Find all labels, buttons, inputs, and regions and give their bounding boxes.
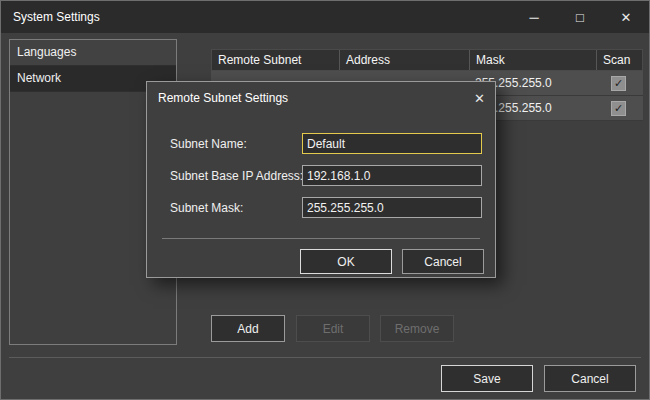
dialog-titlebar: Remote Subnet Settings ✕ (147, 82, 495, 114)
minimize-icon: ─ (529, 10, 538, 25)
window-title: System Settings (1, 10, 100, 24)
subnet-name-label: Subnet Name: (170, 137, 247, 151)
dialog-title: Remote Subnet Settings (147, 91, 288, 105)
footer-divider (9, 357, 641, 358)
subnet-base-ip-field-row: Subnet Base IP Address: (147, 165, 495, 187)
subnet-mask-field-row: Subnet Mask: (147, 197, 495, 219)
table-header: Remote Subnet Address Mask Scan (211, 49, 643, 71)
cell-scan: ✓ (596, 71, 641, 95)
edit-button: Edit (296, 315, 370, 342)
minimize-button[interactable]: ─ (511, 1, 557, 33)
cell-scan: ✓ (596, 96, 641, 120)
subnet-name-input[interactable] (302, 133, 482, 154)
window-controls: ─ □ ✕ (511, 1, 649, 33)
subnet-mask-input[interactable] (302, 197, 482, 218)
remove-button: Remove (380, 315, 454, 342)
close-button[interactable]: ✕ (603, 1, 649, 33)
dialog-divider (162, 238, 480, 239)
system-settings-window: System Settings ─ □ ✕ Languages Network … (0, 0, 650, 400)
checkmark-icon: ✓ (614, 102, 623, 114)
subnet-name-field-row: Subnet Name: (147, 133, 495, 155)
dialog-cancel-button[interactable]: Cancel (402, 249, 484, 274)
scan-checkbox[interactable]: ✓ (611, 76, 626, 91)
titlebar: System Settings ─ □ ✕ (1, 1, 649, 33)
column-header-scan[interactable]: Scan (597, 50, 642, 70)
sidebar-item-languages[interactable]: Languages (10, 40, 176, 66)
subnet-mask-label: Subnet Mask: (170, 201, 243, 215)
cancel-button[interactable]: Cancel (544, 365, 636, 392)
column-header-remote-subnet[interactable]: Remote Subnet (212, 50, 340, 70)
ok-button[interactable]: OK (300, 249, 392, 274)
checkmark-icon: ✓ (614, 77, 623, 89)
subnet-base-ip-input[interactable] (302, 165, 482, 186)
save-button[interactable]: Save (441, 365, 533, 392)
column-header-address[interactable]: Address (340, 50, 470, 70)
maximize-icon: □ (576, 10, 584, 25)
close-icon: ✕ (621, 10, 632, 25)
dialog-close-button[interactable]: ✕ (474, 91, 485, 106)
scan-checkbox[interactable]: ✓ (611, 101, 626, 116)
subnet-base-ip-label: Subnet Base IP Address: (170, 169, 303, 183)
column-header-mask[interactable]: Mask (470, 50, 597, 70)
add-button[interactable]: Add (211, 315, 285, 342)
maximize-button[interactable]: □ (557, 1, 603, 33)
close-icon: ✕ (474, 91, 485, 106)
remote-subnet-settings-dialog: Remote Subnet Settings ✕ Subnet Name: Su… (146, 81, 496, 278)
